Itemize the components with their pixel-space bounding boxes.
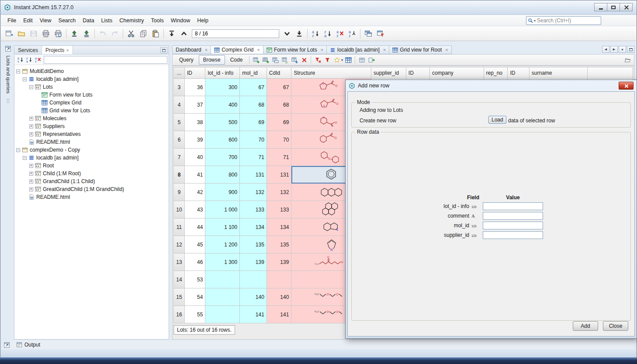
expand-toggle-icon[interactable]: +	[29, 172, 33, 176]
cell-cdid[interactable]: 133	[267, 201, 291, 218]
field-value-input[interactable]	[483, 231, 543, 239]
tree-item-child-1-m-root[interactable]: +Child (1:M Root)	[14, 170, 169, 177]
expand-toggle-icon[interactable]: +	[29, 132, 33, 136]
column-header-id[interactable]: ID	[406, 67, 429, 79]
cell-mol-id[interactable]	[240, 271, 267, 288]
tree-item-suppliers[interactable]: +Suppliers	[14, 122, 169, 130]
column-header-surname[interactable]: surname	[529, 67, 587, 79]
cell-lot-id-info[interactable]: 400	[205, 96, 240, 114]
menu-file[interactable]: File	[4, 16, 20, 25]
quick-search-box[interactable]: ▾	[526, 16, 601, 25]
row-number[interactable]: 7	[174, 149, 185, 166]
row-number[interactable]: 13	[174, 253, 185, 271]
search-dropdown-icon[interactable]: ▾	[534, 19, 536, 23]
close-dialog-button[interactable]: Close	[603, 321, 628, 331]
mode-button-browse[interactable]: Browse	[199, 55, 225, 65]
minimize-panel-button[interactable]	[160, 47, 167, 53]
cell-cdid[interactable]: 141	[267, 306, 291, 323]
menu-lists[interactable]: Lists	[98, 16, 116, 25]
dialog-title-bar[interactable]: Add new row	[346, 80, 637, 91]
menu-chemistry[interactable]: Chemistry	[116, 16, 147, 25]
cell-mol-id[interactable]: 140	[240, 288, 267, 306]
cell-mol-id[interactable]: 132	[240, 184, 267, 201]
panel-tab-projects[interactable]: Projects×	[42, 46, 73, 54]
collapse-toggle-icon[interactable]: −	[16, 148, 20, 152]
cell-id[interactable]: 36	[184, 79, 205, 96]
table-view-icon[interactable]	[357, 55, 367, 65]
cell-id[interactable]: 46	[184, 253, 205, 271]
expand-toggle-icon[interactable]: +	[29, 117, 33, 121]
tree-item-readme-html[interactable]: README.html	[14, 138, 169, 146]
close-icon[interactable]: ×	[445, 47, 448, 52]
column-header-lot-id-info[interactable]: lot_id - info	[205, 67, 240, 79]
minimize-button[interactable]	[594, 3, 607, 11]
open-folder-icon[interactable]	[623, 55, 632, 65]
expand-toggle-icon[interactable]: +	[29, 164, 33, 168]
clone-window-icon[interactable]	[362, 28, 374, 39]
undo-icon[interactable]	[97, 28, 109, 39]
tree-item-readme-html[interactable]: README.html	[14, 193, 169, 201]
save-icon[interactable]	[28, 28, 40, 39]
cell-lot-id-info[interactable]: 500	[205, 114, 240, 131]
cell-mol-id[interactable]: 67	[240, 79, 267, 96]
cell-id[interactable]: 39	[184, 131, 205, 149]
menu-data[interactable]: Data	[79, 16, 97, 25]
cell-mol-id[interactable]: 131	[240, 166, 267, 184]
duplicate-row-icon[interactable]	[270, 55, 280, 65]
add-button[interactable]: Add	[573, 321, 598, 331]
column-header-cdid[interactable]: CdId	[267, 67, 291, 79]
scroll-tabs-left-icon[interactable]: ◀	[602, 46, 609, 53]
favorites-dropdown-icon[interactable]: ▼	[340, 59, 343, 62]
tree-sort-ascending-icon[interactable]: az	[16, 55, 24, 64]
delete-row-icon[interactable]	[299, 55, 309, 65]
export-data-icon[interactable]	[80, 28, 93, 39]
tab-list-dropdown-icon[interactable]: ▼	[619, 46, 626, 53]
paste-icon[interactable]	[149, 28, 162, 39]
cell-mol-id[interactable]: 69	[240, 114, 267, 131]
cell-cdid[interactable]: 71	[267, 149, 291, 166]
menu-search[interactable]: Search	[55, 16, 80, 25]
row-number[interactable]: 3	[174, 79, 185, 96]
redo-icon[interactable]	[109, 28, 121, 39]
cell-lot-id-info[interactable]: 300	[205, 79, 240, 96]
row-number[interactable]: 9	[174, 184, 185, 201]
cell-mol-id[interactable]: 141	[240, 306, 267, 323]
cell-id[interactable]: 40	[184, 149, 205, 166]
cell-id[interactable]: 55	[184, 306, 205, 323]
column-header-mol-id[interactable]: mol_id	[240, 67, 267, 79]
close-icon[interactable]: ×	[321, 47, 323, 52]
cell-id[interactable]: 53	[184, 271, 205, 288]
column-header-company[interactable]: company	[430, 67, 484, 79]
window-filter-icon[interactable]	[374, 28, 387, 39]
filter-icon[interactable]	[322, 55, 332, 65]
expand-toggle-icon[interactable]: +	[29, 187, 33, 191]
tree-item-multieditdemo[interactable]: −MultiEditDemo	[14, 67, 169, 75]
remove-filter-icon[interactable]	[313, 55, 322, 65]
close-icon[interactable]: ×	[205, 47, 208, 52]
expand-toggle-icon[interactable]: +	[29, 180, 33, 184]
cell-cdid[interactable]	[267, 271, 291, 288]
previous-row-icon[interactable]	[178, 28, 190, 39]
new-form-icon[interactable]	[3, 28, 15, 39]
cell-cdid[interactable]: 68	[267, 96, 291, 114]
cell-lot-id-info[interactable]: 600	[205, 131, 240, 149]
tree-item-molecules[interactable]: +Molecules	[14, 114, 169, 122]
collapse-toggle-icon[interactable]: −	[23, 77, 27, 81]
cell-mol-id[interactable]: 68	[240, 96, 267, 114]
title-bar[interactable]: Instant JChem 15.7.27.0	[0, 0, 637, 15]
collapse-toggle-icon[interactable]: −	[29, 85, 33, 89]
row-number[interactable]: 8	[174, 166, 185, 184]
tree-item-complex-grid[interactable]: Complex Grid	[14, 99, 169, 107]
column-header-id[interactable]: ID	[184, 67, 205, 79]
dialog-close-button[interactable]	[619, 82, 634, 90]
row-number[interactable]: 6	[174, 131, 185, 149]
maximize-button[interactable]	[607, 3, 620, 11]
row-number[interactable]: 16	[174, 306, 185, 323]
sort-descending-icon[interactable]: za	[322, 28, 334, 39]
last-row-icon[interactable]	[293, 28, 305, 39]
cell-id[interactable]: 54	[184, 288, 205, 306]
cell-id[interactable]: 38	[184, 114, 205, 131]
close-button[interactable]	[620, 3, 633, 11]
column-header-rep-no[interactable]: rep_no	[484, 67, 508, 79]
menu-edit[interactable]: Edit	[20, 16, 36, 25]
